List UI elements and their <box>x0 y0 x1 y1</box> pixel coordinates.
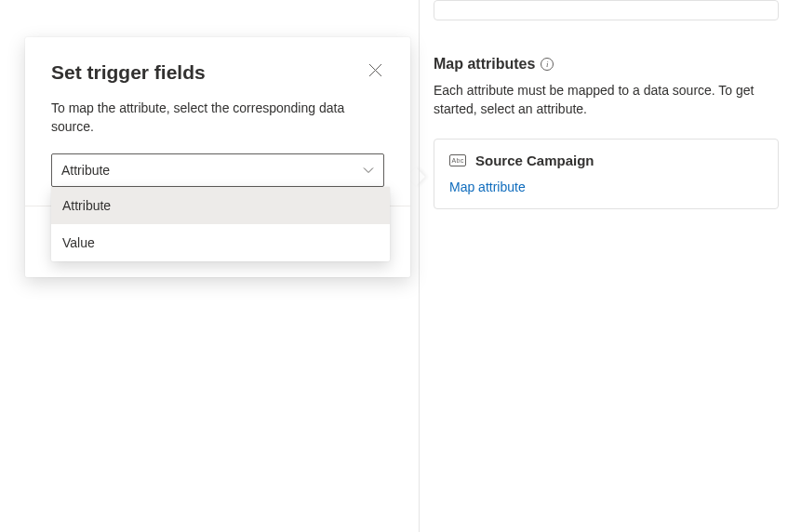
dialog-title: Set trigger fields <box>51 61 206 84</box>
attribute-dropdown: Attribute Attribute Value <box>51 153 384 187</box>
dropdown-list: Attribute Value <box>51 187 390 261</box>
attribute-card-title: Source Campaign <box>475 153 594 168</box>
dropdown-option-attribute[interactable]: Attribute <box>51 187 390 224</box>
text-type-icon: Abc <box>449 154 466 166</box>
map-attributes-title: Map attributes <box>434 56 535 73</box>
map-attribute-link[interactable]: Map attribute <box>449 180 526 194</box>
attribute-card-header: Abc Source Campaign <box>449 153 763 168</box>
dialog-description: To map the attribute, select the corresp… <box>51 99 384 137</box>
stub-card <box>434 0 779 20</box>
info-icon[interactable]: i <box>541 58 554 71</box>
map-attributes-description: Each attribute must be mapped to a data … <box>434 82 779 118</box>
close-button[interactable] <box>367 61 384 79</box>
right-panel: Map attributes i Each attribute must be … <box>434 0 779 209</box>
chevron-down-icon <box>363 165 374 176</box>
close-icon <box>368 63 382 77</box>
panel-divider <box>419 0 420 532</box>
dropdown-selected-value: Attribute <box>61 163 110 178</box>
set-trigger-fields-dialog: Set trigger fields To map the attribute,… <box>25 37 410 277</box>
dropdown-trigger[interactable]: Attribute <box>51 153 384 187</box>
map-attributes-header: Map attributes i <box>434 56 779 73</box>
attribute-card[interactable]: Abc Source Campaign Map attribute <box>434 139 779 209</box>
dropdown-option-value[interactable]: Value <box>51 224 390 261</box>
